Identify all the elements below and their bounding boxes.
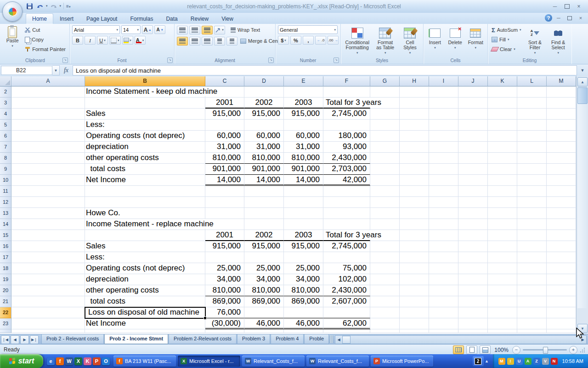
cell-J7[interactable] [458, 142, 488, 153]
cell-B10[interactable]: Net Income [85, 175, 205, 186]
cell-J11[interactable] [458, 186, 488, 197]
cell-J6[interactable] [458, 131, 488, 142]
cell-E16[interactable]: 915,000 [284, 241, 323, 252]
cell-K3[interactable] [488, 98, 517, 109]
cell-A2[interactable] [11, 86, 85, 98]
cell-F7[interactable]: 93,000 [323, 142, 370, 153]
cell-M11[interactable] [547, 186, 576, 197]
cell-J9[interactable] [458, 164, 488, 175]
cell-C7[interactable]: 31,000 [205, 142, 244, 153]
cell-L9[interactable] [517, 164, 547, 175]
cell-F15[interactable]: Total for 3 years [323, 230, 370, 241]
cell-C11[interactable] [205, 186, 244, 197]
cell-G21[interactable] [370, 296, 400, 307]
cell-M8[interactable] [547, 153, 576, 164]
tab-split-handle[interactable] [330, 335, 333, 343]
cell-B18[interactable]: Operating costs (not deprec) [85, 263, 205, 274]
cell-I7[interactable] [429, 142, 458, 153]
cell-D13[interactable] [244, 208, 284, 219]
zoom-slider-thumb[interactable] [543, 347, 548, 354]
select-all-corner[interactable] [0, 76, 11, 86]
row-header-24[interactable] [0, 329, 11, 333]
cell-F14[interactable] [323, 219, 370, 230]
cell-M14[interactable] [547, 219, 576, 230]
cell-D14[interactable] [244, 219, 284, 230]
cell-G13[interactable] [370, 208, 400, 219]
cell-G22[interactable] [370, 307, 400, 318]
cell-F21[interactable]: 2,607,000 [323, 296, 370, 307]
cell-D22[interactable] [244, 307, 284, 318]
cell-K16[interactable] [488, 241, 517, 252]
cell-B23[interactable]: Net Income [85, 318, 205, 329]
cell-A3[interactable] [11, 98, 85, 109]
copy-button[interactable]: Copy [23, 35, 67, 44]
cell-I16[interactable] [429, 241, 458, 252]
alignment-dialog-launcher-icon[interactable]: ↘ [268, 58, 274, 63]
cell-G2[interactable] [370, 86, 400, 98]
cell-M5[interactable] [547, 120, 576, 131]
cell-I19[interactable] [429, 274, 458, 285]
normal-view-button[interactable] [453, 345, 464, 354]
cell-F22[interactable] [323, 307, 370, 318]
clear-button[interactable]: Clear▾ [490, 45, 523, 54]
qat-customize-icon[interactable]: ≡▾ [66, 4, 70, 9]
cell-I14[interactable] [429, 219, 458, 230]
ribbon-tab-insert[interactable]: Insert [53, 13, 80, 24]
cell-H10[interactable] [400, 175, 429, 186]
cell-M6[interactable] [547, 131, 576, 142]
update-tray-icon[interactable]: U [516, 358, 523, 365]
cell-J21[interactable] [458, 296, 488, 307]
cell-L17[interactable] [517, 252, 547, 263]
cell-F4[interactable]: 2,745,000 [323, 109, 370, 120]
cell-B7[interactable]: depreciation [85, 142, 205, 153]
workbook-restore-button[interactable] [565, 15, 574, 22]
number-dialog-launcher-icon[interactable]: ↘ [334, 58, 339, 63]
cell-D9[interactable]: 901,000 [244, 164, 284, 175]
save-icon[interactable] [25, 2, 34, 10]
cell-H15[interactable] [400, 230, 429, 241]
cell-M20[interactable] [547, 285, 576, 296]
cell-H7[interactable] [400, 142, 429, 153]
restore-button[interactable] [561, 2, 572, 10]
cell-L10[interactable] [517, 175, 547, 186]
start-button[interactable]: start [0, 354, 43, 368]
row-header-8[interactable]: 8 [0, 153, 11, 164]
cell-I9[interactable] [429, 164, 458, 175]
cell-B13[interactable]: Howe Co. [85, 208, 205, 219]
align-right-button[interactable] [202, 37, 213, 46]
cell-D4[interactable]: 915,000 [244, 109, 284, 120]
help-icon[interactable]: ? [545, 14, 552, 22]
word-icon[interactable]: W [65, 357, 73, 365]
cell-D12[interactable] [244, 197, 284, 208]
font-name-select[interactable]: Arial▾ [72, 25, 120, 34]
cell-E4[interactable]: 915,000 [284, 109, 323, 120]
workbook-minimize-button[interactable]: ─ [554, 15, 563, 22]
cell-I17[interactable] [429, 252, 458, 263]
cell-F8[interactable]: 2,430,000 [323, 153, 370, 164]
cell-I12[interactable] [429, 197, 458, 208]
powerpoint-icon[interactable]: P [93, 357, 101, 365]
zone-tray-icon[interactable]: Z [533, 358, 540, 365]
cell-D3[interactable]: 2002 [244, 98, 284, 109]
cell-G5[interactable] [370, 120, 400, 131]
cell-I2[interactable] [429, 86, 458, 98]
column-header-B[interactable]: B [85, 76, 205, 86]
cell-M10[interactable] [547, 175, 576, 186]
cell-K17[interactable] [488, 252, 517, 263]
cell-A8[interactable] [11, 153, 85, 164]
vertical-scrollbar-thumb[interactable] [577, 87, 588, 104]
scroll-up-icon[interactable]: ▲ [577, 77, 588, 86]
cell-F6[interactable]: 180,000 [323, 131, 370, 142]
underline-button[interactable]: U▾ [97, 36, 108, 45]
align-middle-button[interactable] [189, 26, 200, 34]
number-format-select[interactable]: General▾ [278, 25, 338, 34]
cell-I11[interactable] [429, 186, 458, 197]
cell-D8[interactable]: 810,000 [244, 153, 284, 164]
cell-I22[interactable] [429, 307, 458, 318]
decrease-indent-button[interactable] [214, 37, 225, 46]
cell-A21[interactable] [11, 296, 85, 307]
undo-dropdown-icon[interactable]: ▾ [46, 4, 48, 8]
sheet-tab-problem-4[interactable]: Problem 4 [271, 334, 304, 344]
firefox-icon[interactable]: f [56, 357, 64, 365]
cell-F16[interactable]: 2,745,000 [323, 241, 370, 252]
